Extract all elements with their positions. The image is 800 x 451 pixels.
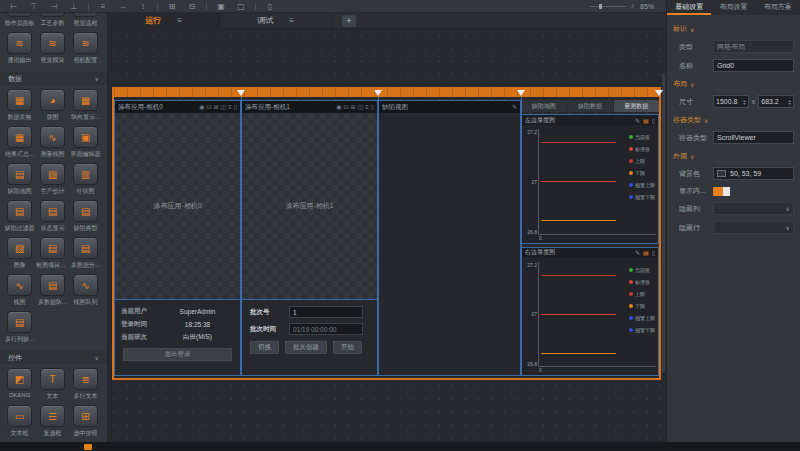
background-color-field[interactable]: 50, 53, 59 xyxy=(713,167,794,180)
groupbox-header[interactable]: 涂布应用-相机1 ◉⊡⊞◫≡▯ xyxy=(242,101,377,113)
status-indicator-icon[interactable] xyxy=(84,444,92,450)
groupbox-camera0[interactable]: 涂布应用-相机0 ◉⊡⊞◫≡▯ 涂布应用-相机0 xyxy=(114,100,241,376)
chart-right-thickness[interactable]: 右边厚度图 ✎ ▤ ▯ 27.2 xyxy=(521,247,659,377)
tab-debug[interactable]: 调试 ≡ xyxy=(220,13,332,29)
distribute-vertical-icon[interactable]: ↕ xyxy=(133,0,153,13)
add-page-button[interactable]: + xyxy=(342,15,356,27)
chart-left-thickness[interactable]: 左边厚度图 ✎ ▤ ▯ 27.2 xyxy=(521,114,659,244)
groupbox-defect-view[interactable]: 缺陷视图 ✎ xyxy=(378,100,521,376)
toolbox-item[interactable]: ▦ 纵向显示... xyxy=(69,89,102,122)
toolbox-item[interactable]: ▭ 文本框 xyxy=(3,405,36,438)
menu-icon[interactable]: ≡ xyxy=(289,16,294,25)
hide-rows-dropdown[interactable]: ∨ xyxy=(713,221,794,234)
delete-icon[interactable]: ▯ xyxy=(652,249,655,256)
display-content-toggle[interactable] xyxy=(713,187,730,196)
toolbox-item[interactable]: ▤ 状态显示 xyxy=(36,200,69,233)
layers-icon[interactable]: ▤ xyxy=(643,249,649,256)
spinner-icon[interactable]: ▴▾ xyxy=(786,99,793,105)
align-left-icon[interactable]: ⊢ xyxy=(4,0,24,13)
batch-action-button[interactable]: 开始 xyxy=(333,341,362,354)
column-divider-handle[interactable] xyxy=(655,90,663,96)
toolbox-item[interactable]: ▤ 缺陷地图 xyxy=(3,163,36,196)
list-icon[interactable]: ≡ xyxy=(365,101,369,113)
delete-icon[interactable]: ▯ xyxy=(234,101,237,113)
grid0-selection-frame[interactable]: 涂布应用-相机0 ◉⊡⊞◫≡▯ 涂布应用-相机0 xyxy=(112,87,661,380)
toolbox-item[interactable]: ▨ 生产统计 xyxy=(36,163,69,196)
zoom-slider[interactable] xyxy=(590,6,626,7)
tab-run[interactable]: 运行 ≡ xyxy=(108,13,220,29)
canvas-vertical-scrollbar[interactable] xyxy=(662,73,665,373)
delete-icon[interactable]: ▯ xyxy=(652,117,655,124)
lock-icon[interactable]: ◫ xyxy=(358,101,364,113)
bring-front-icon[interactable]: ▣ xyxy=(211,0,231,13)
batch-time-input[interactable] xyxy=(289,323,363,335)
toolbox-item[interactable]: ≋ 通讯输出 xyxy=(3,32,36,65)
height-field[interactable] xyxy=(759,98,786,105)
groupbox-camera1[interactable]: 涂布应用-相机1 ◉⊡⊞◫≡▯ 涂布应用-相机1 xyxy=(241,100,378,376)
section-container[interactable]: 容器类型 ∨ xyxy=(673,115,794,125)
batch-number-input[interactable] xyxy=(289,306,363,318)
toolbox-item[interactable]: ∿ 线图队列 xyxy=(69,274,102,307)
spinner-icon[interactable]: ▴▾ xyxy=(741,99,748,105)
properties-tab[interactable]: 布局设置 xyxy=(711,0,755,15)
measure-tab[interactable]: 量测数据 xyxy=(614,100,659,112)
color-swatch[interactable] xyxy=(717,170,726,177)
toolbox-item[interactable]: ▦ 数据表格 xyxy=(3,89,36,122)
column-divider-handle[interactable] xyxy=(517,90,525,96)
section-layout[interactable]: 布局 ∨ xyxy=(673,79,794,89)
align-center-horizontal-icon[interactable]: ≡ xyxy=(93,0,113,13)
toolbox-item[interactable]: ∿ 线图 xyxy=(3,274,36,307)
scale-icon[interactable]: ⊡ xyxy=(206,101,211,113)
toolbox-item[interactable]: ▦ 操作员面板 xyxy=(3,13,36,28)
separator[interactable] xyxy=(255,3,256,10)
toolbox-item[interactable]: ≋ 相机配置 xyxy=(69,32,102,65)
column-divider-handle[interactable] xyxy=(374,90,382,96)
width-field[interactable] xyxy=(714,98,741,105)
lock-icon[interactable]: ◫ xyxy=(221,101,227,113)
name-field[interactable] xyxy=(713,59,794,72)
scale-icon[interactable]: ⊡ xyxy=(343,101,348,113)
toolbox-item[interactable]: ▥ 柱状图 xyxy=(69,163,102,196)
properties-tab[interactable]: 基础设置 xyxy=(667,0,711,15)
same-height-icon[interactable]: ⊟ xyxy=(182,0,202,13)
toolbox-item[interactable]: ▣ 界面编辑器 xyxy=(69,126,102,159)
list-icon[interactable]: ≡ xyxy=(228,101,232,113)
zoom-slider-knob[interactable] xyxy=(599,4,602,9)
groupbox-header[interactable]: 缺陷视图 ✎ xyxy=(379,101,520,113)
copy-icon[interactable]: ⊞ xyxy=(350,101,355,113)
toolbox-group-controls[interactable]: 控件 ∨ xyxy=(0,351,107,364)
toolbox-item[interactable]: ▦ 结果汇总... xyxy=(3,126,36,159)
section-identity[interactable]: 标识 ∨ xyxy=(673,24,794,34)
properties-tab[interactable]: 布局方案 xyxy=(756,0,800,15)
delete-icon[interactable]: ▯ xyxy=(371,101,374,113)
container-type-field[interactable] xyxy=(713,131,794,144)
separator[interactable] xyxy=(157,3,158,10)
separator[interactable] xyxy=(206,3,207,10)
edit-icon[interactable]: ✎ xyxy=(635,117,640,124)
send-back-icon[interactable]: ▢ xyxy=(231,0,251,13)
design-canvas[interactable]: 涂布应用-相机0 ◉⊡⊞◫≡▯ 涂布应用-相机0 xyxy=(108,29,666,442)
toolbox-item[interactable]: ☰ 复选框 xyxy=(36,405,69,438)
toolbox-group-data[interactable]: 数据 ∨ xyxy=(0,72,107,85)
toolbox-item[interactable]: ⊞ 选中按钮 xyxy=(69,405,102,438)
toolbox-item[interactable]: ◕ 饼图 xyxy=(36,89,69,122)
batch-action-button[interactable]: 批次创建 xyxy=(285,341,327,354)
groupbox-header[interactable]: 涂布应用-相机0 ◉⊡⊞◫≡▯ xyxy=(115,101,240,113)
toolbox-item[interactable]: ◩ OK&NG xyxy=(3,368,36,401)
delete-icon[interactable]: ▯ xyxy=(260,0,280,13)
distribute-horizontal-icon[interactable]: ↔ xyxy=(113,0,133,13)
edit-icon[interactable]: ✎ xyxy=(635,249,640,256)
toolbox-item[interactable]: ▤ 多数据分... xyxy=(69,237,102,270)
toolbox-item[interactable]: ▨ 图像 xyxy=(3,237,36,270)
toolbox-item[interactable]: ≋ 视觉流程 xyxy=(69,13,102,28)
logout-button[interactable]: 退出登录 xyxy=(123,348,232,361)
column-divider-handle[interactable] xyxy=(237,90,245,96)
toolbox-item[interactable]: ▤ 多数据队... xyxy=(36,274,69,307)
copy-icon[interactable]: ⊞ xyxy=(213,101,218,113)
toolbox-item[interactable]: ≋ 工艺参数 xyxy=(36,13,69,28)
toolbox-item[interactable]: ▤ 缺陷过滤器 xyxy=(3,200,36,233)
measure-tab[interactable]: 缺陷数据 xyxy=(567,100,612,112)
edit-icon[interactable]: ✎ xyxy=(512,101,517,113)
batch-action-button[interactable]: 切换 xyxy=(250,341,279,354)
section-appearance[interactable]: 外观 ∨ xyxy=(673,151,794,161)
